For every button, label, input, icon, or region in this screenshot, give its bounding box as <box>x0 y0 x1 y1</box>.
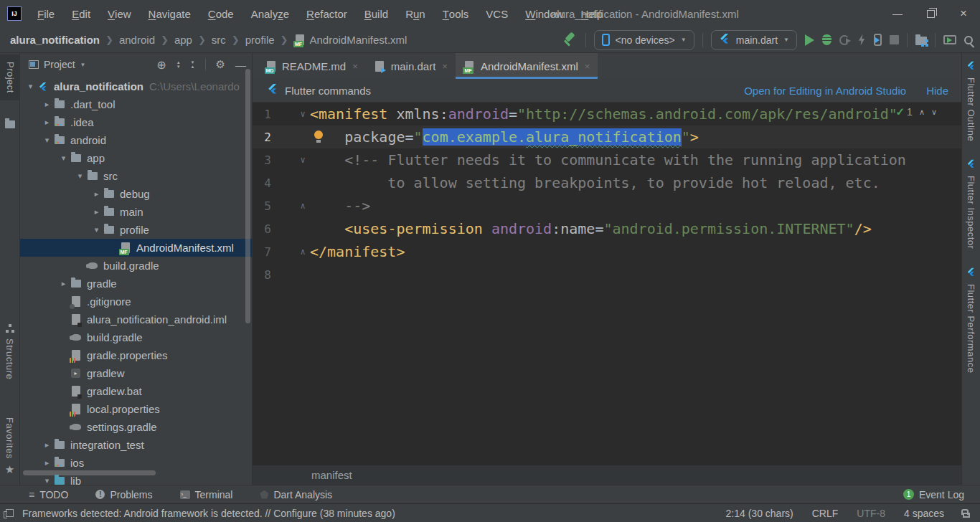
tool-button-flutter-performance[interactable]: Flutter Performance <box>966 267 976 373</box>
tree-row-alura-notification-android-iml[interactable]: alura_notification_android.iml <box>20 310 252 328</box>
menu-vcs[interactable]: VCS <box>477 0 517 27</box>
menu-navigate[interactable]: Navigate <box>140 0 199 27</box>
tool-button-problems[interactable]: !Problems <box>95 489 152 500</box>
tree-row-src[interactable]: ▾src <box>20 167 252 185</box>
code-line-3[interactable]: 3∨ <!-- Flutter needs it to communicate … <box>253 148 961 171</box>
debug-button[interactable] <box>822 34 831 45</box>
tab-androidmanifest-xml[interactable]: MFAndroidManifest.xml× <box>456 53 598 79</box>
code-editor[interactable]: ✓ 1 ∧ ∨ 1∨<manifest xmlns:android="http:… <box>253 103 961 465</box>
tree-row-build-gradle[interactable]: build.gradle <box>20 257 252 275</box>
event-log-button[interactable]: 1 Event Log <box>903 489 964 500</box>
chevron-down-icon[interactable]: ▼ <box>80 62 86 68</box>
expand-all-icon[interactable]: ▲▼ <box>176 60 181 69</box>
collapse-all-icon[interactable]: ▼▲ <box>191 60 195 69</box>
tree-row--dart-tool[interactable]: ▸.dart_tool <box>20 95 252 113</box>
settings-gear-icon[interactable]: ⚙ <box>216 58 225 71</box>
close-button[interactable]: × <box>947 0 980 27</box>
tree-row-settings-gradle[interactable]: settings.gradle <box>20 418 252 436</box>
search-everywhere-icon[interactable] <box>964 36 973 44</box>
chevron-collapsed-icon[interactable]: ▸ <box>90 207 103 217</box>
tree-row-app[interactable]: ▾app <box>20 149 252 167</box>
chevron-expanded-icon[interactable]: ▾ <box>74 171 86 181</box>
code-line-5[interactable]: 5∧ --> <box>253 194 961 217</box>
project-panel-title[interactable]: Project <box>44 59 75 70</box>
tool-button-terminal[interactable]: ›_Terminal <box>180 489 233 500</box>
code-line-8[interactable]: 8 <box>253 263 961 286</box>
tree-row-main[interactable]: ▸main <box>20 203 252 221</box>
indent-setting[interactable]: 4 spaces <box>904 508 944 519</box>
menu-build[interactable]: Build <box>356 0 397 27</box>
menu-code[interactable]: Code <box>199 0 242 27</box>
chevron-expanded-icon[interactable]: ▾ <box>57 153 70 163</box>
fold-open-icon[interactable]: ∨ <box>297 155 308 165</box>
hide-panel-icon[interactable]: — <box>235 59 246 71</box>
breadcrumb-item[interactable]: android <box>119 34 155 46</box>
breadcrumb-item[interactable]: src <box>212 34 226 46</box>
tree-row-local-properties[interactable]: local.properties <box>20 400 252 418</box>
chevron-expanded-icon[interactable]: ▾ <box>24 82 37 91</box>
tree-row-gradle-properties[interactable]: gradle.properties <box>20 346 252 364</box>
menu-file[interactable]: File <box>29 0 63 27</box>
tool-button-favorites[interactable]: Favorites ★ <box>0 417 19 476</box>
stop-button[interactable] <box>890 35 899 44</box>
tree-row-androidmanifest-xml[interactable]: MFAndroidManifest.xml <box>20 239 252 257</box>
tree-row-ios[interactable]: ▸ios <box>20 454 252 472</box>
project-structure-icon[interactable] <box>915 37 927 45</box>
open-in-android-studio-link[interactable]: Open for Editing in Android Studio <box>744 85 906 97</box>
line-ending[interactable]: CRLF <box>812 508 839 519</box>
build-hammer-icon[interactable] <box>563 33 578 47</box>
code-line-1[interactable]: 1∨<manifest xmlns:android="http://schema… <box>253 103 961 125</box>
tree-row-profile[interactable]: ▾profile <box>20 221 252 239</box>
menu-refactor[interactable]: Refactor <box>298 0 356 27</box>
tree-row-alura-notification[interactable]: ▾alura_notificationC:\Users\Leonardo <box>20 77 252 95</box>
chevron-collapsed-icon[interactable]: ▸ <box>41 100 53 109</box>
chevron-collapsed-icon[interactable]: ▸ <box>90 189 103 199</box>
code-line-2[interactable]: 2 package="com.example.alura_notificatio… <box>253 125 961 148</box>
fold-end-icon[interactable]: ∧ <box>297 201 308 211</box>
tool-button-flutter-inspector[interactable]: Flutter Inspector <box>966 158 976 249</box>
tool-button-flutter-outline[interactable]: Flutter Outline <box>966 60 976 141</box>
status-message[interactable]: Frameworks detected: Android framework i… <box>22 508 395 519</box>
minimize-button[interactable]: — <box>881 0 914 27</box>
chevron-expanded-icon[interactable]: ▾ <box>90 225 103 234</box>
breadcrumb-item[interactable]: MFAndroidManifest.xml <box>294 34 407 46</box>
tab-main-dart[interactable]: main.dart× <box>366 53 456 79</box>
tree-row--gitignore[interactable]: .gitignore <box>20 293 252 310</box>
chevron-collapsed-icon[interactable]: ▸ <box>41 440 53 450</box>
tree-row-integration-test[interactable]: ▸integration_test <box>20 436 252 454</box>
close-tab-icon[interactable]: × <box>352 61 358 72</box>
tree-row--idea[interactable]: ▸.idea <box>20 113 252 131</box>
fold-end-icon[interactable]: ∧ <box>297 247 308 257</box>
code-line-6[interactable]: 6 <uses-permission android:name="android… <box>253 217 961 240</box>
close-tab-icon[interactable]: × <box>585 61 590 72</box>
tool-button-project[interactable]: Project <box>0 54 20 100</box>
close-tab-icon[interactable]: × <box>442 61 448 72</box>
run-config-selector[interactable]: main.dart ▼ <box>711 30 797 50</box>
breadcrumb-manifest[interactable]: manifest <box>311 469 352 481</box>
file-encoding[interactable]: UTF-8 <box>857 508 885 519</box>
breadcrumb-item[interactable]: app <box>174 34 192 46</box>
apply-changes-icon[interactable] <box>857 34 866 46</box>
menu-view[interactable]: View <box>99 0 140 27</box>
tree-row-build-gradle[interactable]: build.gradle <box>20 328 252 346</box>
tool-button-structure[interactable]: Structure <box>0 324 19 379</box>
breadcrumb-item[interactable]: profile <box>245 34 275 46</box>
menu-tools[interactable]: Tools <box>434 0 478 27</box>
tree-row-gradle[interactable]: ▸gradle <box>20 275 252 293</box>
tool-button-dart-analysis[interactable]: Dart Analysis <box>260 489 332 500</box>
chevron-expanded-icon[interactable]: ▾ <box>41 476 53 485</box>
chevron-collapsed-icon[interactable]: ▸ <box>57 279 70 288</box>
project-horizontal-scrollbar[interactable] <box>23 470 156 475</box>
device-selector[interactable]: <no devices> ▼ <box>594 30 694 50</box>
menu-edit[interactable]: Edit <box>63 0 99 27</box>
tab-readme-md[interactable]: MDREADME.md× <box>257 53 366 79</box>
caret-position[interactable]: 2:14 (30 chars) <box>726 508 793 519</box>
chevron-collapsed-icon[interactable]: ▸ <box>41 458 53 468</box>
chevron-expanded-icon[interactable]: ▾ <box>41 136 53 145</box>
breadcrumb-item[interactable]: alura_notification <box>10 34 100 46</box>
readonly-lock-icon[interactable] <box>963 513 970 518</box>
run-button[interactable] <box>805 34 814 46</box>
editor-breadcrumbs[interactable]: manifest <box>253 465 961 485</box>
code-line-7[interactable]: 7∧</manifest> <box>253 240 961 263</box>
project-toolwindow-icon[interactable] <box>0 120 19 128</box>
